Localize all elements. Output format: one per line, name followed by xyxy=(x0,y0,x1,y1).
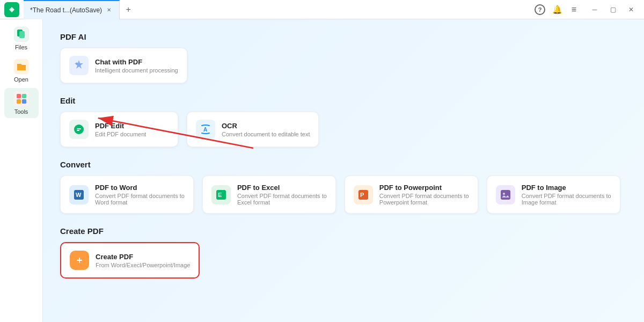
pdf-to-word-text: PDF to Word Convert PDF format documents… xyxy=(95,184,185,206)
main-layout: Files Open Tools PDF AI xyxy=(0,19,644,322)
pdf-to-ppt-title: PDF to Powerpoint xyxy=(379,184,469,192)
maximize-button[interactable]: ▢ xyxy=(604,2,621,17)
section-convert: Convert W PDF to Word Convert PDF format… xyxy=(60,160,627,214)
sidebar-item-open[interactable]: Open xyxy=(4,56,39,86)
svg-rect-9 xyxy=(77,130,79,131)
pdf-to-ppt-icon: P xyxy=(354,185,373,204)
add-tab-button[interactable]: + xyxy=(122,3,135,16)
svg-rect-4 xyxy=(17,99,21,104)
pdf-edit-subtitle: Edit PDF document xyxy=(95,131,146,137)
tab-label: *The Road t...(AutoSave) xyxy=(30,6,102,14)
pdf-to-image-text: PDF to Image Convert PDF format document… xyxy=(522,184,611,206)
section-edit: Edit PDF Edit Edit PDF document xyxy=(60,96,627,147)
menu-button[interactable]: ≡ xyxy=(567,2,582,17)
notification-button[interactable]: 🔔 xyxy=(550,2,565,17)
svg-point-6 xyxy=(76,62,78,64)
help-icon: ? xyxy=(535,4,545,15)
pdf-to-word-subtitle: Convert PDF format documents toWord form… xyxy=(95,193,185,206)
card-pdf-to-image[interactable]: PDF to Image Convert PDF format document… xyxy=(487,175,620,214)
create-pdf-title: Create PDF xyxy=(96,253,190,261)
pdf-to-image-subtitle: Convert PDF format documents toImage for… xyxy=(522,193,611,206)
section-create-pdf-title: Create PDF xyxy=(60,226,627,236)
convert-cards: W PDF to Word Convert PDF format documen… xyxy=(60,175,627,214)
titlebar: *The Road t...(AutoSave) ✕ + ? 🔔 ≡ ─ ▢ ✕ xyxy=(0,0,644,19)
ocr-title: OCR xyxy=(222,122,310,130)
minimize-button[interactable]: ─ xyxy=(586,2,603,17)
pdf-to-ppt-text: PDF to Powerpoint Convert PDF format doc… xyxy=(379,184,469,206)
pdf-to-excel-icon: E xyxy=(211,185,231,204)
pdf-edit-text: PDF Edit Edit PDF document xyxy=(95,122,146,137)
pdf-to-ppt-subtitle: Convert PDF format documents toPowerpoin… xyxy=(379,193,469,206)
create-pdf-cards: Create PDF From Word/Execl/Powerpoint/Im… xyxy=(60,242,627,279)
section-convert-title: Convert xyxy=(60,160,627,169)
files-icon xyxy=(14,27,29,42)
sidebar: Files Open Tools xyxy=(0,19,43,322)
svg-point-18 xyxy=(503,193,505,195)
card-pdf-edit[interactable]: PDF Edit Edit PDF document xyxy=(60,112,178,147)
card-pdf-to-word[interactable]: W PDF to Word Convert PDF format documen… xyxy=(60,175,194,214)
tools-icon xyxy=(14,91,29,106)
close-button[interactable]: ✕ xyxy=(623,2,640,17)
sidebar-item-files[interactable]: Files xyxy=(4,24,39,54)
bell-icon: 🔔 xyxy=(552,5,562,14)
create-pdf-subtitle: From Word/Execl/Powerpoint/Image xyxy=(96,262,190,268)
pdf-edit-icon xyxy=(69,120,89,139)
create-pdf-text: Create PDF From Word/Execl/Powerpoint/Im… xyxy=(96,253,190,268)
sidebar-open-label: Open xyxy=(14,76,28,83)
sidebar-item-tools[interactable]: Tools xyxy=(4,88,39,118)
svg-rect-5 xyxy=(22,99,26,104)
help-button[interactable]: ? xyxy=(532,2,547,17)
tab-close-button[interactable]: ✕ xyxy=(105,6,113,14)
active-tab[interactable]: *The Road t...(AutoSave) ✕ xyxy=(24,0,120,19)
card-pdf-to-powerpoint[interactable]: P PDF to Powerpoint Convert PDF format d… xyxy=(345,175,478,214)
pdf-to-word-icon: W xyxy=(69,185,89,204)
svg-rect-21 xyxy=(77,260,82,261)
pdf-to-word-title: PDF to Word xyxy=(95,184,185,192)
titlebar-actions: ? 🔔 ≡ xyxy=(532,2,582,17)
svg-text:E: E xyxy=(218,192,222,198)
main-content: PDF AI Chat with PDF Intelligent documen… xyxy=(43,19,644,322)
svg-text:P: P xyxy=(360,192,364,198)
svg-text:A: A xyxy=(203,127,207,133)
svg-rect-1 xyxy=(19,31,25,38)
card-pdf-to-excel[interactable]: E PDF to Excel Convert PDF format docume… xyxy=(202,175,336,214)
svg-rect-2 xyxy=(17,94,21,98)
svg-rect-3 xyxy=(22,94,26,98)
window-controls: ─ ▢ ✕ xyxy=(586,2,640,17)
card-create-pdf[interactable]: Create PDF From Word/Execl/Powerpoint/Im… xyxy=(60,242,200,279)
section-pdf-ai: PDF AI Chat with PDF Intelligent documen… xyxy=(60,32,627,83)
svg-rect-17 xyxy=(501,190,510,200)
sidebar-files-label: Files xyxy=(15,44,27,50)
ocr-icon: A xyxy=(196,120,215,139)
section-create-pdf: Create PDF Create PDF From Word/Execl/Po… xyxy=(60,226,627,279)
ocr-subtitle: Convert document to editable text xyxy=(222,131,310,137)
open-icon xyxy=(14,59,29,74)
pdf-to-excel-subtitle: Convert PDF format documents toExcel for… xyxy=(237,193,327,206)
ocr-text: OCR Convert document to editable text xyxy=(222,122,310,137)
chat-pdf-icon xyxy=(69,56,89,75)
sidebar-tools-label: Tools xyxy=(14,108,28,115)
app-logo xyxy=(4,2,19,17)
section-pdf-ai-title: PDF AI xyxy=(60,32,627,41)
pdf-edit-title: PDF Edit xyxy=(95,122,146,130)
create-pdf-icon xyxy=(70,251,89,270)
pdf-to-image-icon xyxy=(496,185,515,204)
chat-pdf-title: Chat with PDF xyxy=(95,58,178,66)
chat-pdf-text: Chat with PDF Intelligent document proce… xyxy=(95,58,178,74)
pdf-ai-cards: Chat with PDF Intelligent document proce… xyxy=(60,48,627,83)
edit-cards: PDF Edit Edit PDF document A OCR xyxy=(60,112,627,147)
section-edit-title: Edit xyxy=(60,96,627,105)
pdf-to-excel-title: PDF to Excel xyxy=(237,184,327,192)
card-ocr[interactable]: A OCR Convert document to editable text xyxy=(187,112,319,147)
svg-text:W: W xyxy=(76,192,82,198)
card-chat-with-pdf[interactable]: Chat with PDF Intelligent document proce… xyxy=(60,48,187,83)
svg-rect-8 xyxy=(77,128,81,129)
menu-icon: ≡ xyxy=(572,5,577,14)
pdf-to-image-title: PDF to Image xyxy=(522,184,611,192)
chat-pdf-subtitle: Intelligent document processing xyxy=(95,67,178,74)
pdf-to-excel-text: PDF to Excel Convert PDF format document… xyxy=(237,184,327,206)
